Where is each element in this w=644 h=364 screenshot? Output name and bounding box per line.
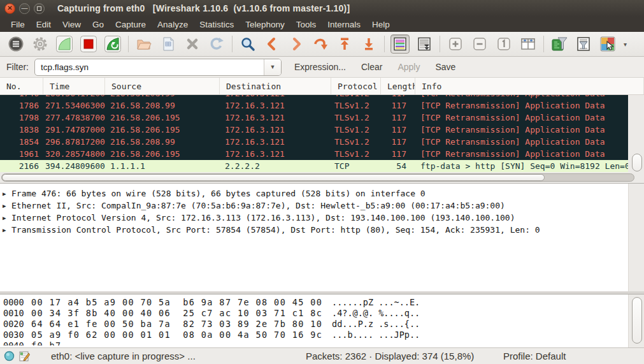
- clear-button[interactable]: Clear: [355, 59, 389, 75]
- stop-capture-button[interactable]: [79, 34, 98, 54]
- menu-tools[interactable]: Tools: [290, 18, 322, 31]
- packet-list-horizontal-scrollbar[interactable]: [0, 172, 644, 183]
- column-header-protocol[interactable]: Protocol: [331, 78, 381, 94]
- expert-info-icon[interactable]: [4, 351, 15, 361]
- resize-columns-icon: [520, 36, 536, 52]
- menu-telephony[interactable]: Telephony: [240, 18, 290, 31]
- column-header-source[interactable]: Source: [105, 78, 220, 94]
- interfaces-list-button[interactable]: [6, 34, 25, 54]
- resize-columns-button[interactable]: [519, 34, 538, 54]
- packet-row-partial[interactable]: 1746268.564172000216.58.208.99172.16.3.1…: [0, 95, 628, 99]
- capture-options-icon: [32, 36, 48, 52]
- detail-ethernet[interactable]: ▶Ethernet II, Src: CompalIn_9a:87:7e (70…: [0, 200, 644, 212]
- coloring-rules-button[interactable]: [598, 34, 617, 54]
- scrollbar-track[interactable]: [1, 173, 634, 182]
- expander-icon[interactable]: ▶: [3, 203, 8, 209]
- packet-row[interactable]: 1961320.285748000216.58.206.195172.16.3.…: [0, 148, 628, 160]
- expander-icon[interactable]: ▶: [3, 215, 8, 221]
- column-header-info[interactable]: Info: [415, 78, 644, 94]
- detail-frame[interactable]: ▶Frame 476: 66 bytes on wire (528 bits),…: [0, 187, 644, 200]
- hex-row[interactable]: 000000 17 a4 b5 a9 00 70 5a b6 9a 87 7e …: [0, 296, 644, 307]
- packet-bytes-scrollbar[interactable]: [628, 295, 644, 347]
- filter-input[interactable]: [35, 62, 264, 72]
- toolbar-separator: [384, 36, 385, 52]
- coloring-rules-icon: [599, 35, 617, 53]
- hex-row-partial[interactable]: 0040f0 b7..: [0, 340, 644, 346]
- menu-statistics[interactable]: Statistics: [194, 18, 240, 31]
- packet-row[interactable]: 1786271.534063000216.58.208.99172.16.3.1…: [0, 99, 628, 112]
- hex-row[interactable]: 002064 64 e1 fe 00 50 ba 7a 82 73 03 89 …: [0, 318, 644, 329]
- titlebar: ✕ — Capturing from eth0 [Wireshark 1.10.…: [0, 0, 644, 17]
- hex-row[interactable]: 001000 34 3f 8b 40 00 40 06 25 c7 ac 10 …: [0, 307, 644, 318]
- go-forward-button[interactable]: [287, 34, 306, 54]
- packet-row[interactable]: 1798277.478387000216.58.206.195172.16.3.…: [0, 112, 628, 124]
- zoom-out-button[interactable]: [470, 34, 489, 54]
- go-to-bottom-button[interactable]: [359, 34, 378, 54]
- forward-icon: [288, 36, 304, 52]
- menu-view[interactable]: View: [57, 18, 87, 31]
- open-capture-file-button[interactable]: [134, 34, 154, 54]
- packet-row-selected[interactable]: 2166394.2480960001.1.1.12.2.2.2TCP54ftp-…: [0, 160, 628, 172]
- apply-button[interactable]: Apply: [391, 59, 426, 75]
- hex-row[interactable]: 003005 a9 f0 62 00 00 01 01 08 0a 00 4a …: [0, 329, 644, 340]
- maximize-window-button[interactable]: [34, 3, 45, 14]
- main-toolbar: ▾: [0, 32, 644, 57]
- column-header-length[interactable]: Length: [381, 78, 415, 94]
- maximize-icon: [37, 6, 41, 11]
- start-capture-button[interactable]: [55, 34, 74, 54]
- packet-details-scrollbar-gutter[interactable]: [628, 184, 644, 291]
- menu-analyze[interactable]: Analyze: [152, 18, 194, 31]
- expander-icon[interactable]: ▶: [3, 191, 8, 197]
- packet-row[interactable]: 1838291.747870000216.58.206.195172.16.3.…: [0, 124, 628, 136]
- column-header-no[interactable]: No.: [0, 78, 43, 94]
- packet-row[interactable]: 1854296.878172000216.58.208.99172.16.3.1…: [0, 136, 628, 148]
- detail-tcp[interactable]: ▶Transmission Control Protocol, Src Port…: [0, 224, 644, 236]
- scrollbar-thumb[interactable]: [632, 297, 642, 344]
- packet-counts-text: Packets: 2362 · Displayed: 374 (15,8%): [306, 351, 474, 361]
- toolbar-overflow-button[interactable]: ▾: [624, 41, 627, 48]
- reload-icon: [208, 36, 225, 52]
- find-packet-button[interactable]: [238, 34, 257, 54]
- chevron-down-icon: ▾: [624, 41, 627, 48]
- menu-edit[interactable]: Edit: [31, 18, 57, 31]
- profile-text[interactable]: Profile: Default: [503, 351, 566, 361]
- go-back-button[interactable]: [262, 34, 282, 54]
- column-header-destination[interactable]: Destination: [220, 78, 331, 94]
- filter-history-dropdown[interactable]: ▼: [264, 59, 281, 75]
- display-filters-button[interactable]: [574, 34, 593, 54]
- menu-internals[interactable]: Internals: [322, 18, 366, 31]
- expander-icon[interactable]: ▶: [3, 227, 8, 233]
- go-to-packet-button[interactable]: [311, 34, 330, 54]
- capture-comment-icon[interactable]: [18, 351, 30, 362]
- close-capture-file-button[interactable]: [183, 34, 202, 54]
- packet-details-pane: ▶Frame 476: 66 bytes on wire (528 bits),…: [0, 183, 644, 291]
- minimize-window-button[interactable]: —: [19, 3, 30, 14]
- menu-capture[interactable]: Capture: [110, 18, 152, 31]
- scrollbar-thumb[interactable]: [2, 174, 545, 181]
- go-to-top-button[interactable]: [335, 34, 354, 54]
- save-button[interactable]: Save: [429, 59, 462, 75]
- menu-go[interactable]: Go: [87, 18, 110, 31]
- save-capture-file-button[interactable]: [159, 34, 178, 54]
- close-window-button[interactable]: ✕: [4, 3, 15, 14]
- zoom-100-button[interactable]: [494, 34, 513, 54]
- packet-list-vertical-scrollbar[interactable]: [628, 95, 644, 172]
- close-icon: ✕: [7, 5, 12, 11]
- auto-scroll-button[interactable]: [415, 34, 434, 54]
- column-header-time[interactable]: Time: [43, 78, 105, 94]
- zoom-out-icon: [471, 36, 488, 52]
- detail-ip[interactable]: ▶Internet Protocol Version 4, Src: 172.1…: [0, 212, 644, 224]
- find-icon: [240, 36, 256, 52]
- expression-button[interactable]: Expression...: [288, 59, 352, 75]
- menu-help[interactable]: Help: [366, 18, 396, 31]
- zoom-in-button[interactable]: [446, 34, 465, 54]
- capture-filters-button[interactable]: [550, 34, 569, 54]
- packet-list-pane: 1746268.564172000216.58.208.99172.16.3.1…: [0, 95, 644, 172]
- restart-capture-button[interactable]: [103, 34, 122, 54]
- scrollbar-thumb[interactable]: [632, 154, 642, 171]
- menu-file[interactable]: File: [5, 18, 31, 31]
- filter-input-wrap: ▼: [34, 59, 282, 76]
- reload-capture-file-button[interactable]: [207, 34, 226, 54]
- colorize-button[interactable]: [390, 34, 410, 54]
- capture-options-button[interactable]: [31, 34, 50, 54]
